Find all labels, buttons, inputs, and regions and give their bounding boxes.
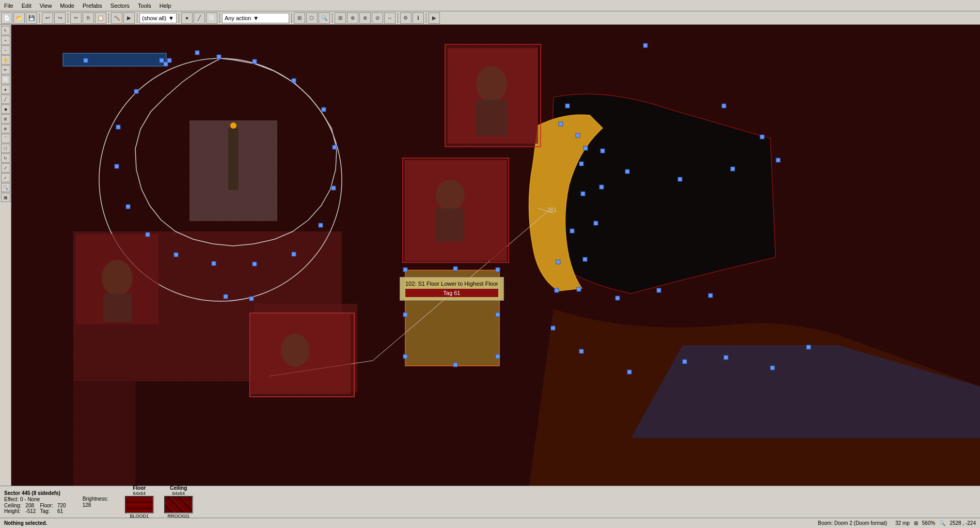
- svg-rect-65: [559, 122, 563, 126]
- svg-rect-93: [453, 363, 457, 367]
- flip-button[interactable]: ↔: [384, 12, 396, 24]
- svg-rect-70: [570, 229, 574, 233]
- svg-rect-39: [331, 186, 336, 190]
- svg-rect-85: [708, 293, 713, 298]
- copy-button[interactable]: ⎘: [83, 12, 94, 24]
- svg-rect-76: [599, 185, 604, 189]
- tool-sector[interactable]: ⬜: [1, 75, 10, 84]
- svg-rect-44: [174, 253, 178, 257]
- tool-zoom-in[interactable]: +: [1, 36, 10, 45]
- sep6: [219, 13, 220, 23]
- view-3d[interactable]: ⬡: [306, 12, 318, 24]
- filter-dropdown[interactable]: (show all) ▼: [139, 13, 177, 23]
- menu-file[interactable]: File: [0, 2, 18, 10]
- status-message: Nothing selected.: [4, 520, 818, 526]
- grid-button[interactable]: ⊞: [335, 12, 346, 24]
- menu-view[interactable]: View: [36, 2, 56, 10]
- svg-rect-73: [577, 287, 581, 291]
- mode-linedefs[interactable]: ╱: [194, 12, 205, 24]
- menubar: File Edit View Mode Prefabs Sectors Tool…: [0, 0, 980, 11]
- action-dropdown[interactable]: Any action ▼: [222, 13, 289, 23]
- ceiling-tex-header: Ceiling: [170, 485, 187, 491]
- menu-prefabs[interactable]: Prefabs: [78, 2, 106, 10]
- tool-thing[interactable]: ●: [1, 85, 10, 94]
- svg-rect-36: [292, 79, 296, 83]
- effect-label: Effect:: [4, 496, 19, 502]
- svg-rect-91: [496, 313, 500, 317]
- info-button[interactable]: ℹ: [413, 12, 424, 24]
- run-button[interactable]: ▶: [123, 12, 135, 24]
- svg-rect-60: [776, 158, 780, 162]
- play-button[interactable]: ▶: [429, 12, 440, 24]
- svg-rect-57: [643, 43, 647, 48]
- tool-search[interactable]: 🔍: [1, 183, 10, 192]
- tool-line[interactable]: ╱: [1, 95, 10, 104]
- tool-select[interactable]: ↖: [1, 26, 10, 35]
- tool-zoom-out[interactable]: −: [1, 45, 10, 55]
- paste-button[interactable]: 📋: [95, 12, 106, 24]
- split-button[interactable]: ⊘: [372, 12, 383, 24]
- tool-rotate[interactable]: ↻: [1, 153, 10, 163]
- floor-label: Floor:: [40, 503, 53, 508]
- svg-rect-51: [195, 51, 199, 55]
- svg-rect-3: [73, 376, 135, 490]
- svg-rect-58: [722, 104, 726, 108]
- zoom-icon[interactable]: 🔍: [939, 520, 945, 526]
- menu-tools[interactable]: Tools: [134, 2, 155, 10]
- mode-sectors[interactable]: ⬜: [206, 12, 217, 24]
- tool-texture[interactable]: ▦: [1, 193, 10, 202]
- tool-draw[interactable]: ✏: [1, 65, 10, 74]
- redo-button[interactable]: ↪: [54, 12, 66, 24]
- svg-rect-92: [496, 354, 500, 359]
- floor-tex-preview[interactable]: [125, 496, 154, 514]
- sector-info-section: Sector 445 (8 sidedefs) Effect: 0 - None…: [4, 490, 66, 514]
- tool-vertex[interactable]: ◆: [1, 104, 10, 114]
- svg-rect-28: [103, 293, 132, 322]
- menu-edit[interactable]: Edit: [18, 2, 36, 10]
- status-panel: Sector 445 (8 sidedefs) Effect: 0 - None…: [0, 486, 980, 518]
- svg-rect-35: [252, 59, 257, 64]
- tool-scale[interactable]: ⤢: [1, 163, 10, 173]
- svg-point-31: [230, 122, 236, 129]
- save-button[interactable]: 💾: [26, 12, 37, 24]
- view-2d[interactable]: ⊞: [294, 12, 305, 24]
- svg-point-27: [102, 260, 133, 296]
- menu-sectors[interactable]: Sectors: [106, 2, 134, 10]
- grid-icon[interactable]: ⊞: [914, 520, 918, 526]
- menu-help[interactable]: Help: [155, 2, 176, 10]
- snap-button[interactable]: ⊕: [347, 12, 358, 24]
- tool-merge[interactable]: ⊗: [1, 124, 10, 133]
- ceiling-texture-section: Ceiling 64x64 RROCK01: [164, 485, 193, 519]
- svg-rect-71: [556, 260, 560, 264]
- tool-check[interactable]: ✓: [1, 173, 10, 182]
- svg-rect-64: [583, 146, 588, 150]
- merge-button[interactable]: ⊗: [359, 12, 371, 24]
- cut-button[interactable]: ✂: [70, 12, 82, 24]
- tool-pan[interactable]: ✋: [1, 55, 10, 65]
- svg-rect-82: [724, 355, 728, 360]
- open-button[interactable]: 📂: [13, 12, 25, 24]
- svg-rect-61: [731, 167, 735, 171]
- svg-rect-95: [403, 313, 407, 317]
- canvas-area[interactable]: 361 102: S1 Floor Lower to Highest Floor…: [11, 25, 980, 496]
- svg-rect-68: [579, 162, 583, 166]
- sep5: [179, 13, 179, 23]
- mode-things[interactable]: ●: [181, 12, 193, 24]
- view-zoom[interactable]: 🔍: [319, 12, 330, 24]
- svg-rect-40: [319, 223, 323, 227]
- menu-mode[interactable]: Mode: [56, 2, 78, 10]
- brightness-value: 128: [83, 502, 108, 508]
- sep3: [108, 13, 109, 23]
- height-value: -512: [25, 508, 36, 514]
- new-button[interactable]: 📄: [1, 12, 12, 24]
- tool-3d[interactable]: ⬡: [1, 144, 10, 153]
- tool-grid[interactable]: ⊞: [1, 114, 10, 123]
- undo-button[interactable]: ↩: [42, 12, 53, 24]
- settings-button[interactable]: ⚙: [400, 12, 412, 24]
- ceiling-tex-preview[interactable]: [164, 496, 193, 514]
- filter-label: (show all): [142, 15, 166, 21]
- grid-info: 32 mp: [895, 520, 910, 526]
- svg-rect-89: [453, 267, 457, 271]
- tool-curve[interactable]: ⌒: [1, 134, 10, 143]
- compile-button[interactable]: 🔨: [111, 12, 122, 24]
